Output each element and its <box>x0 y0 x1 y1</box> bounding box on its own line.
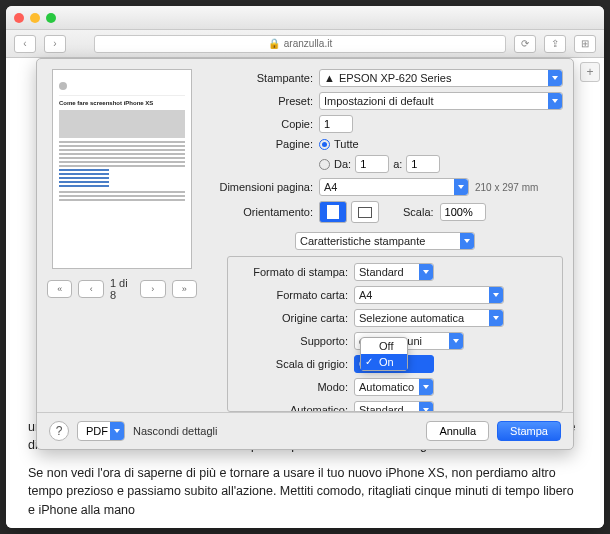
label-printer: Stampante: <box>207 72 319 84</box>
pager-label: 1 di 8 <box>110 277 134 301</box>
pdf-menu[interactable]: PDF <box>77 421 125 441</box>
print-format-select[interactable]: Standard <box>354 263 434 281</box>
lock-icon: 🔒 <box>268 38 280 49</box>
pager-last-button[interactable]: » <box>172 280 197 298</box>
safari-window: ‹ › 🔒 aranzulla.it ⟳ ⇪ ⊞ un istantanea d… <box>6 6 604 528</box>
tabs-button[interactable]: ⊞ <box>574 35 596 53</box>
address-bar[interactable]: 🔒 aranzulla.it <box>94 35 506 53</box>
page-size-select[interactable]: A4 <box>319 178 469 196</box>
orientation-landscape-button[interactable] <box>351 201 379 223</box>
url-host: aranzulla.it <box>284 38 332 49</box>
close-window-button[interactable] <box>14 13 24 23</box>
pages-to-input[interactable] <box>406 155 440 173</box>
pages-range-radio[interactable] <box>319 159 330 170</box>
browser-toolbar: ‹ › 🔒 aranzulla.it ⟳ ⇪ ⊞ <box>6 30 604 58</box>
label-preset: Preset: <box>207 95 319 107</box>
forward-button[interactable]: › <box>44 35 66 53</box>
page-preview: Come fare screenshot iPhone XS <box>52 69 192 269</box>
paper-format-select[interactable]: A4 <box>354 286 504 304</box>
page-size-mm: 210 x 297 mm <box>475 182 538 193</box>
label-orientation: Orientamento: <box>207 206 319 218</box>
pager-next-button[interactable]: › <box>140 280 165 298</box>
pager-first-button[interactable]: « <box>47 280 72 298</box>
auto-select[interactable]: Standard <box>354 401 434 412</box>
grayscale-popup: Off On <box>360 337 408 371</box>
pages-from-input[interactable] <box>355 155 389 173</box>
share-button[interactable]: ⇪ <box>544 35 566 53</box>
help-button[interactable]: ? <box>49 421 69 441</box>
print-section-select[interactable]: Caratteristiche stampante <box>295 232 475 250</box>
pages-from-label: Da: <box>334 158 351 170</box>
back-button[interactable]: ‹ <box>14 35 36 53</box>
print-preview-column: Come fare screenshot iPhone XS « ‹ 1 di … <box>47 69 197 412</box>
print-dialog: Come fare screenshot iPhone XS « ‹ 1 di … <box>36 58 574 450</box>
orientation-portrait-button[interactable] <box>319 201 347 223</box>
scale-input[interactable] <box>440 203 486 221</box>
grayscale-option-on[interactable]: On <box>361 354 407 370</box>
article-paragraph: Se non vedi l'ora di saperne di più e to… <box>28 464 582 518</box>
label-scale: Scala: <box>403 206 434 218</box>
reload-button[interactable]: ⟳ <box>514 35 536 53</box>
new-tab-button[interactable]: + <box>580 62 600 82</box>
hide-details-button[interactable]: Nascondi dettagli <box>133 425 217 437</box>
print-dialog-footer: ? PDF Nascondi dettagli Annulla Stampa <box>37 412 573 449</box>
minimize-window-button[interactable] <box>30 13 40 23</box>
label-copies: Copie: <box>207 118 319 130</box>
printer-features-panel: Formato di stampa:Standard Formato carta… <box>227 256 563 412</box>
cancel-button[interactable]: Annulla <box>426 421 489 441</box>
copies-input[interactable] <box>319 115 353 133</box>
label-page-size: Dimensioni pagina: <box>207 181 319 193</box>
preset-select[interactable]: Impostazioni di default <box>319 92 563 110</box>
window-controls <box>14 13 56 23</box>
pages-all-radio[interactable] <box>319 139 330 150</box>
print-options: Stampante: ▲ EPSON XP-620 Series Preset:… <box>207 69 563 412</box>
preview-pager: « ‹ 1 di 8 › » <box>47 277 197 301</box>
pages-all-label: Tutte <box>334 138 359 150</box>
pager-prev-button[interactable]: ‹ <box>78 280 103 298</box>
grayscale-option-off[interactable]: Off <box>361 338 407 354</box>
printer-select[interactable]: ▲ EPSON XP-620 Series <box>319 69 563 87</box>
label-pages: Pagine: <box>207 138 319 150</box>
pages-to-label: a: <box>393 158 402 170</box>
paper-source-select[interactable]: Selezione automatica <box>354 309 504 327</box>
mode-select[interactable]: Automatico <box>354 378 434 396</box>
print-button[interactable]: Stampa <box>497 421 561 441</box>
zoom-window-button[interactable] <box>46 13 56 23</box>
window-titlebar <box>6 6 604 30</box>
